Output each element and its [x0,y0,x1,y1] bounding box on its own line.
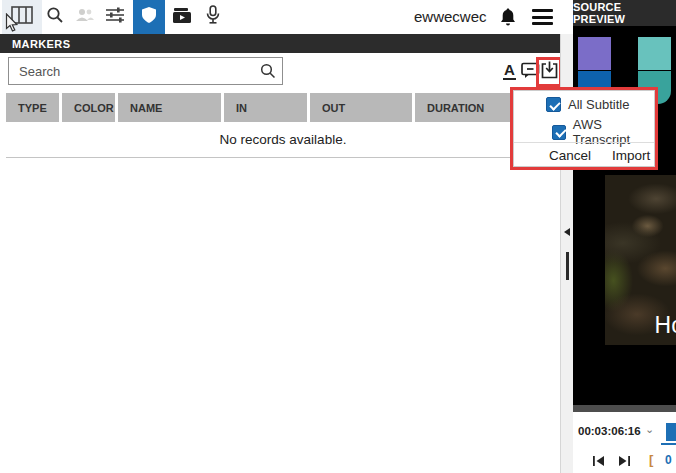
panel-layout-button[interactable] [2,0,42,34]
notifications-button[interactable] [499,7,517,31]
table-empty-message: No records available. [6,122,560,158]
cancel-button[interactable]: Cancel [549,148,591,163]
import-icon [541,61,558,79]
search-input[interactable] [8,57,283,85]
splitter-drag-handle[interactable] [566,252,569,280]
markers-shield-button[interactable] [133,0,165,34]
import-button[interactable]: Import [612,148,650,163]
partial-timecode: 0 [665,453,672,467]
source-preview-title: SOURCE PREVIEW [573,1,676,25]
collapse-panel-icon[interactable] [564,228,570,236]
dropdown-divider [514,142,654,143]
menu-button[interactable] [532,9,553,29]
player-seekbar[interactable] [573,405,676,412]
search-button[interactable] [42,0,68,34]
top-toolbar: ewwecwec [0,0,573,34]
app-root: ewwecwec MARKERS A TYPE COLOR NAME IN OU… [0,0,676,473]
column-header-type[interactable]: TYPE [6,93,62,122]
source-preview-panel: SOURCE PREVIEW Ho 00:03:06:16 ⌄ [ 0 [573,0,676,473]
next-frame-icon [618,455,631,467]
mark-in-icon[interactable]: [ [649,452,653,467]
video-frame[interactable]: Ho [605,175,676,345]
player-controls: 00:03:06:16 ⌄ [ 0 [573,412,676,473]
player-option-chip[interactable] [666,423,676,441]
panel-layout-icon [11,6,33,28]
all-subtitle-label: All Subtitle [568,97,629,112]
column-header-color[interactable]: COLOR [62,93,118,122]
player-option-underline [661,443,676,445]
column-header-name[interactable]: NAME [118,93,224,122]
import-dropdown: All Subtitle AWS Transcript Cancel Impor… [513,90,655,167]
timecode-chevron-icon[interactable]: ⌄ [645,423,654,436]
previous-frame-button[interactable] [592,453,605,471]
import-dropdown-highlight: All Subtitle AWS Transcript Cancel Impor… [510,87,658,170]
users-button[interactable] [72,0,98,34]
account-name[interactable]: ewwecwec [414,8,487,25]
users-icon [75,7,95,27]
next-frame-button[interactable] [618,453,631,471]
markers-panel-title: MARKERS [12,38,70,50]
filter-sliders-icon [105,6,125,28]
option-all-subtitle[interactable]: All Subtitle [546,97,629,112]
menu-icon [532,9,553,12]
search-icon [46,6,64,28]
microphone-button[interactable] [200,0,226,34]
import-markers-highlight [536,57,562,87]
timecode-display[interactable]: 00:03:06:16 [578,425,641,437]
microphone-icon [205,5,221,29]
markers-table: TYPE COLOR NAME IN OUT DURATION No recor… [6,93,560,158]
search-submit-icon[interactable] [260,63,276,83]
column-header-out[interactable]: OUT [310,93,415,122]
filter-sliders-button[interactable] [102,0,128,34]
bell-icon [499,7,517,27]
video-caption: Ho [655,312,676,339]
source-preview-header: SOURCE PREVIEW [573,0,676,26]
column-header-in[interactable]: IN [224,93,310,122]
markers-panel-header: MARKERS [0,34,560,53]
shield-icon [141,6,157,28]
import-markers-button[interactable] [541,61,558,83]
media-thumbnail[interactable] [638,37,671,70]
video-viewport: Ho [573,175,676,345]
markers-table-header: TYPE COLOR NAME IN OUT DURATION [6,93,560,122]
previous-frame-icon [592,455,605,467]
video-archive-icon [172,6,192,28]
video-archive-button[interactable] [169,0,195,34]
media-thumbnail[interactable] [578,37,611,70]
text-format-button[interactable]: A [503,61,516,80]
all-subtitle-checkbox[interactable] [546,97,561,112]
aws-transcript-checkbox[interactable] [552,125,566,140]
